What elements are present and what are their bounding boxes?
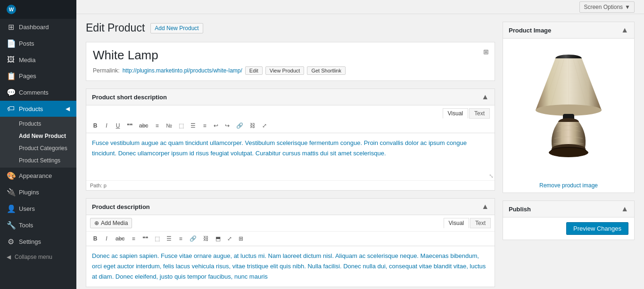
- indent-button-desc[interactable]: ⬒: [213, 233, 223, 244]
- sidebar-item-label: Users: [19, 205, 35, 212]
- page-content: Edit Product Add New Product ⊞ Permalink…: [76, 14, 644, 289]
- sidebar-item-label: Pages: [19, 72, 36, 80]
- align-left-button-desc[interactable]: ⬚: [152, 233, 163, 244]
- remove-product-image-link[interactable]: Remove product image: [503, 178, 634, 193]
- bold-button[interactable]: B: [90, 120, 100, 131]
- submenu-item-product-settings[interactable]: Product Settings: [0, 154, 76, 167]
- tools-icon: 🔧: [7, 221, 15, 230]
- permalink-row: Permalink: http://plugins.marketinto.pl/…: [93, 66, 488, 75]
- blockquote-button-desc[interactable]: ❝❝: [140, 233, 151, 244]
- expand-icon[interactable]: ⊞: [483, 48, 489, 56]
- view-product-button[interactable]: View Product: [265, 66, 305, 75]
- sidebar-item-settings[interactable]: ⚙ Settings: [0, 233, 76, 250]
- sidebar-item-comments[interactable]: 💬 Comments: [0, 84, 76, 101]
- align-right-button[interactable]: ≡: [199, 120, 210, 131]
- wp-icon: W: [7, 5, 16, 14]
- description-editor[interactable]: Donec ac sapien sapien. Fusce vitae orna…: [86, 246, 495, 287]
- publish-header: Publish ▲: [503, 201, 634, 217]
- unlink-button[interactable]: ⛓: [247, 120, 258, 131]
- sidebar-item-users[interactable]: 👤 Users: [0, 201, 76, 217]
- align-left-button[interactable]: ⬚: [176, 120, 187, 131]
- tab-visual-short[interactable]: Visual: [443, 108, 468, 119]
- tab-visual-desc[interactable]: Visual: [444, 218, 469, 228]
- users-icon: 👤: [7, 204, 15, 213]
- fullscreen-button-desc[interactable]: ⤢: [224, 233, 235, 244]
- page-title: Edit Product: [86, 22, 145, 34]
- collapse-label: Collapse menu: [15, 254, 52, 260]
- strikethrough-button-desc[interactable]: abc: [113, 233, 127, 244]
- bullet-list-button[interactable]: ≡: [152, 120, 162, 131]
- description-toggle[interactable]: ▲: [481, 202, 489, 211]
- sidebar-item-label: Plugins: [19, 189, 39, 196]
- media-icon: 🖼: [7, 56, 15, 64]
- underline-button[interactable]: U: [113, 120, 123, 131]
- product-image-toggle[interactable]: ▲: [621, 26, 628, 34]
- screen-options-button[interactable]: Screen Options ▼: [579, 1, 635, 13]
- blockquote-button[interactable]: ❝❝: [124, 120, 135, 131]
- sidebar-item-plugins[interactable]: 🔌 Plugins: [0, 184, 76, 201]
- sidebar-item-dashboard[interactable]: ⊞ Dashboard: [0, 19, 76, 35]
- short-description-title: Product short description: [92, 94, 167, 101]
- add-media-row: ⊕ Add Media Visual Text: [86, 215, 495, 232]
- sidebar-item-posts[interactable]: 📄 Posts: [0, 35, 76, 52]
- grid-button-desc[interactable]: ⊞: [236, 233, 246, 244]
- short-description-editor[interactable]: Fusce vestibulum augue ac quam tincidunt…: [86, 133, 495, 180]
- align-right-button-desc[interactable]: ≡: [175, 233, 186, 244]
- italic-button-desc[interactable]: I: [101, 233, 112, 244]
- short-description-tabs: Visual Text: [86, 105, 495, 119]
- description-toolbar: B I abc ≡ ❝❝ ⬚ ☰ ≡ 🔗 ⛓ ⬒ ⤢ ⊞: [86, 232, 495, 246]
- product-image-metabox: Product Image ▲: [503, 22, 635, 193]
- pages-icon: 📋: [7, 72, 15, 80]
- description-metabox: Product description ▲ ⊕ Add Media Visual…: [86, 198, 495, 287]
- unlink-button-desc[interactable]: ⛓: [200, 233, 212, 244]
- redo-button[interactable]: ↪: [222, 120, 232, 131]
- sidebar-item-tools[interactable]: 🔧 Tools: [0, 217, 76, 233]
- short-description-body: Visual Text B I U ❝❝ abc ≡ № ⬚ ☰ ≡: [86, 105, 495, 190]
- bold-button-desc[interactable]: B: [90, 233, 100, 244]
- sidebar-item-appearance[interactable]: 🎨 Appearance: [0, 168, 76, 184]
- tab-text-short[interactable]: Text: [469, 108, 490, 119]
- sidebar-item-media[interactable]: 🖼 Media: [0, 52, 76, 68]
- undo-button[interactable]: ↩: [211, 120, 221, 131]
- permalink-url[interactable]: http://plugins.marketinto.pl/products/wh…: [123, 67, 242, 74]
- publish-toggle[interactable]: ▲: [621, 205, 628, 213]
- edit-permalink-button[interactable]: Edit: [245, 66, 263, 75]
- add-new-product-button[interactable]: Add New Product: [150, 23, 203, 33]
- short-description-content: Fusce vestibulum augue ac quam tincidunt…: [92, 138, 489, 159]
- post-title-input[interactable]: [93, 48, 488, 63]
- insert-link-button-desc[interactable]: 🔗: [187, 233, 199, 244]
- sidebar-item-label: Posts: [19, 40, 34, 47]
- short-description-metabox: Product short description ▲ Visual Text …: [86, 88, 495, 191]
- short-description-toggle[interactable]: ▲: [481, 93, 489, 101]
- product-image-header: Product Image ▲: [503, 22, 634, 39]
- numbered-list-button[interactable]: №: [163, 120, 175, 131]
- sidebar-item-products[interactable]: 🏷 Products ◀: [0, 101, 76, 117]
- add-media-button[interactable]: ⊕ Add Media: [90, 218, 132, 228]
- preview-changes-button[interactable]: Preview Changes: [566, 222, 628, 235]
- short-description-header: Product short description ▲: [86, 89, 495, 105]
- strikethrough-button[interactable]: abc: [136, 120, 151, 131]
- submenu-item-all-products[interactable]: Products: [0, 118, 76, 130]
- publish-metabox: Publish ▲ Preview Changes: [503, 201, 635, 240]
- tab-text-desc[interactable]: Text: [470, 218, 491, 228]
- description-header: Product description ▲: [86, 199, 495, 215]
- align-center-button-desc[interactable]: ☰: [164, 233, 174, 244]
- collapse-menu-button[interactable]: ◀ Collapse menu: [0, 250, 76, 264]
- submenu-item-product-categories[interactable]: Product Categories: [0, 142, 76, 154]
- sidebar-item-pages[interactable]: 📋 Pages: [0, 68, 76, 84]
- bullet-list-button-desc[interactable]: ≡: [128, 233, 139, 244]
- fullscreen-button[interactable]: ⤢: [259, 120, 270, 131]
- insert-link-button[interactable]: 🔗: [233, 120, 246, 131]
- description-tabs: Visual Text: [444, 218, 491, 228]
- product-image-title: Product Image: [509, 27, 551, 34]
- resize-handle[interactable]: ⤡: [489, 173, 494, 179]
- wp-logo: W: [0, 0, 76, 19]
- align-center-button[interactable]: ☰: [188, 120, 198, 131]
- italic-button[interactable]: I: [101, 120, 112, 131]
- description-title: Product description: [92, 203, 150, 210]
- sidebar-item-label: Comments: [19, 89, 49, 96]
- add-media-label: Add Media: [101, 220, 128, 226]
- get-shortlink-button[interactable]: Get Shortlink: [307, 66, 346, 75]
- comments-icon: 💬: [7, 88, 15, 97]
- submenu-item-add-new[interactable]: Add New Product: [0, 130, 76, 142]
